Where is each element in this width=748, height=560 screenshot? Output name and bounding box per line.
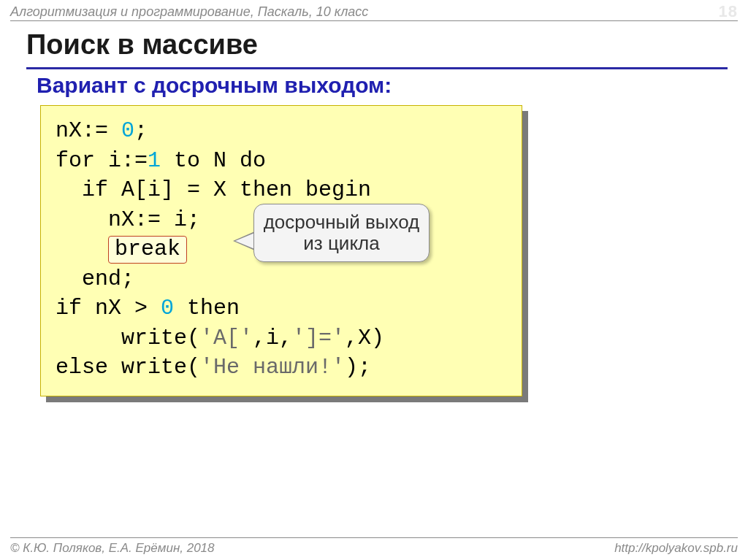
slide-footer: © К.Ю. Поляков, Е.А. Ерёмин, 2018 http:/… xyxy=(10,541,738,556)
footer-spacer xyxy=(215,541,615,556)
slide: Алгоритмизация и программирование, Паска… xyxy=(0,0,748,560)
page-number: 18 xyxy=(719,2,738,21)
code-l2c: to N do xyxy=(161,148,266,173)
footer-rule xyxy=(10,537,738,538)
code-l8-str1: 'A[' xyxy=(200,326,253,350)
code-l2a: for i:= xyxy=(56,148,148,173)
header-rule xyxy=(10,20,738,21)
footer-authors: © К.Ю. Поляков, Е.А. Ерёмин, 2018 xyxy=(10,541,215,556)
code-l7c: then xyxy=(174,296,240,321)
slide-header: Алгоритмизация и программирование, Паска… xyxy=(0,0,748,21)
code-l6: end; xyxy=(56,266,134,291)
code-l9-str: 'Не нашли!' xyxy=(200,355,345,380)
code-l9a: else write( xyxy=(56,355,200,380)
code-l7-num: 0 xyxy=(161,296,174,321)
title-rule xyxy=(26,67,728,69)
code-l2-num: 1 xyxy=(148,148,161,173)
code-l1-num: 0 xyxy=(121,118,134,143)
footer-url: http://kpolyakov.spb.ru xyxy=(614,541,738,556)
code-l8-str2: ']=' xyxy=(292,326,345,350)
break-keyword-box: break xyxy=(108,236,187,264)
code-l8a: write( xyxy=(56,326,200,350)
code-l1c: ; xyxy=(134,118,148,143)
callout-bubble: досрочный выход из цикла xyxy=(253,204,430,262)
code-l5-prefix xyxy=(56,237,108,261)
code-l8e: ,X) xyxy=(345,326,384,350)
code-l9c: ); xyxy=(345,355,371,380)
code-l4: nX:= i; xyxy=(56,207,200,232)
code-l7a: if nX > xyxy=(56,296,161,321)
slide-title: Поиск в массиве xyxy=(26,29,258,61)
slide-subtitle: Вариант с досрочным выходом: xyxy=(37,73,392,98)
subject-text: Алгоритмизация и программирование, Паска… xyxy=(10,4,368,20)
code-l3: if A[i] = X then begin xyxy=(56,177,371,202)
code-l1a: nX:= xyxy=(56,118,121,143)
code-l8c: ,i, xyxy=(253,326,292,350)
